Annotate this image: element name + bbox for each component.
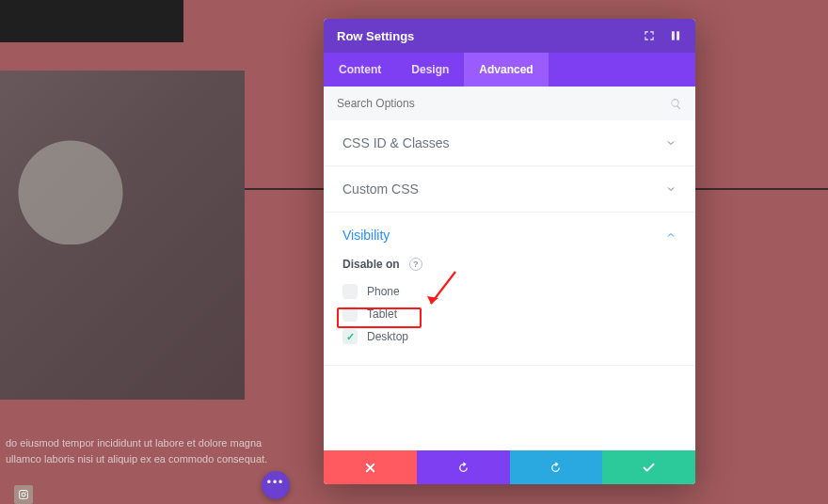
redo-icon (549, 461, 563, 475)
tab-advanced-label: Advanced (479, 63, 533, 76)
disable-on-label-row: Disable on ? (342, 258, 677, 271)
checkbox-desktop[interactable] (342, 329, 358, 344)
visibility-option-phone[interactable]: Phone (342, 280, 677, 303)
expand-icon[interactable] (643, 29, 656, 42)
modal-tabs: Content Design Advanced (324, 53, 695, 87)
close-icon (363, 461, 377, 475)
check-icon (642, 461, 656, 475)
accordion-head-css-id[interactable]: CSS ID & Classes (324, 120, 695, 165)
disable-on-label: Disable on (342, 258, 400, 271)
drag-icon[interactable] (669, 29, 682, 42)
bg-dark-strip (0, 0, 183, 42)
option-label-desktop: Desktop (367, 330, 408, 343)
modal-body: CSS ID & Classes Custom CSS Visibility D… (324, 120, 695, 450)
tab-content-label: Content (339, 63, 381, 76)
modal-header-icons (643, 29, 682, 42)
accordion-css-id-classes: CSS ID & Classes (324, 120, 695, 166)
background-lorem-text: do eiusmod tempor incididunt ut labore e… (0, 428, 310, 466)
option-label-tablet: Tablet (367, 307, 397, 321)
confirm-button[interactable] (602, 450, 695, 484)
checkbox-tablet[interactable] (342, 307, 358, 322)
svg-rect-4 (677, 31, 679, 39)
instagram-icon[interactable] (14, 485, 33, 504)
tab-design-label: Design (411, 63, 449, 76)
chevron-down-icon (665, 137, 677, 149)
tab-advanced[interactable]: Advanced (464, 53, 548, 87)
help-icon[interactable]: ? (409, 258, 422, 271)
modal-title: Row Settings (337, 29, 414, 43)
cancel-button[interactable] (324, 450, 417, 484)
checkbox-phone[interactable] (342, 284, 358, 299)
accordion-title-visibility: Visibility (342, 228, 390, 243)
accordion-custom-css: Custom CSS (324, 166, 695, 213)
accordion-head-custom-css[interactable]: Custom CSS (324, 166, 695, 212)
tab-design[interactable]: Design (396, 53, 464, 87)
svg-rect-3 (672, 31, 675, 39)
chevron-down-icon (665, 183, 677, 195)
visibility-body: Disable on ? Phone Tablet Desktop (324, 258, 695, 365)
visibility-option-desktop[interactable]: Desktop (342, 325, 677, 348)
accordion-title-css-id: CSS ID & Classes (342, 135, 450, 150)
search-icon (670, 98, 682, 110)
visibility-option-tablet[interactable]: Tablet (342, 303, 677, 325)
row-settings-modal: Row Settings Content Design Advanced CSS… (324, 19, 695, 484)
accordion-head-visibility[interactable]: Visibility (324, 213, 695, 258)
bg-horizontal-line-right (695, 188, 828, 190)
svg-point-2 (25, 492, 26, 493)
undo-button[interactable] (417, 450, 510, 484)
lorem-line-1: do eiusmod tempor incididunt ut labore e… (6, 437, 262, 449)
svg-point-1 (22, 493, 25, 496)
accordion-visibility: Visibility Disable on ? Phone Tablet (324, 213, 695, 366)
chevron-up-icon (665, 229, 677, 241)
fab-dots-icon: ••• (267, 476, 285, 489)
redo-button[interactable] (510, 450, 603, 484)
floating-action-button[interactable]: ••• (262, 471, 290, 499)
lorem-line-2: ullamco laboris nisi ut aliquip ex ea co… (6, 453, 267, 465)
search-options-row[interactable] (324, 87, 695, 120)
modal-footer (324, 450, 695, 484)
modal-header[interactable]: Row Settings (324, 19, 695, 53)
tab-content[interactable]: Content (324, 53, 396, 87)
search-input[interactable] (337, 97, 670, 110)
option-label-phone: Phone (367, 285, 400, 298)
undo-icon (456, 461, 470, 475)
background-photo (0, 71, 245, 400)
accordion-title-custom-css: Custom CSS (342, 181, 419, 197)
